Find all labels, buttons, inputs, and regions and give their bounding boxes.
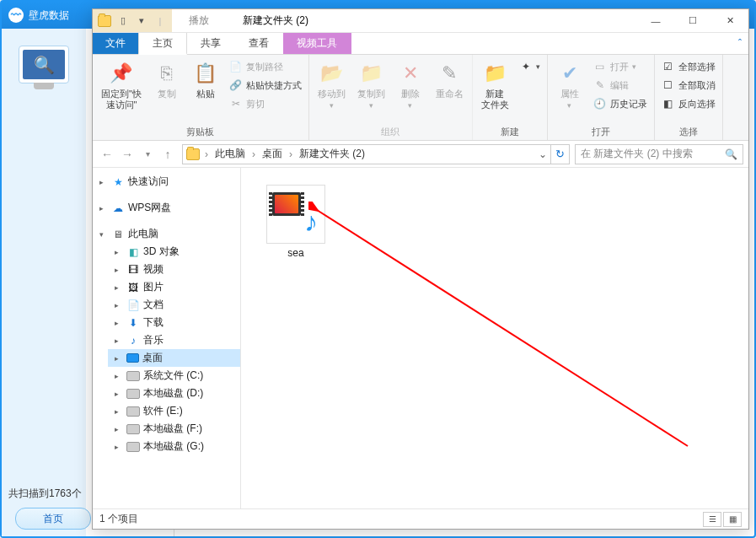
title-folder-name: 新建文件夹 (2) <box>243 13 308 28</box>
np-drive-f[interactable]: ▸本地磁盘 (F:) <box>108 420 240 438</box>
annotation-arrow <box>308 202 696 455</box>
explorer-titlebar: ▯ ▾ | 播放 新建文件夹 (2) — ☐ ✕ <box>93 9 748 33</box>
new-item-icon: ✦ <box>519 60 533 73</box>
nav-forward-button[interactable]: → <box>118 145 137 164</box>
np-quick-access[interactable]: ▸★快速访问 <box>93 173 240 191</box>
cut-button[interactable]: ✂剪切 <box>228 95 303 112</box>
file-item-sea[interactable]: ♪ sea <box>258 185 334 259</box>
np-drive-d[interactable]: ▸本地磁盘 (D:) <box>108 385 240 402</box>
window-controls: — ☐ ✕ <box>637 9 748 32</box>
crumb-folder[interactable]: 新建文件夹 (2) <box>298 147 367 161</box>
qat-dropdown-icon[interactable]: ▾ <box>135 14 148 28</box>
cube-icon: ◧ <box>126 245 140 259</box>
np-3d-objects[interactable]: ▸◧3D 对象 <box>108 243 240 261</box>
paste-button[interactable]: 📋粘贴 <box>189 58 223 101</box>
delete-button[interactable]: ✕删除▾ <box>394 58 427 112</box>
file-thumb-icon: ♪ <box>266 185 325 244</box>
np-downloads[interactable]: ▸⬇下载 <box>108 314 240 331</box>
np-drive-e[interactable]: ▸软件 (E:) <box>108 402 240 420</box>
search-placeholder: 在 新建文件夹 (2) 中搜索 <box>581 147 693 161</box>
view-icons-button[interactable]: ▦ <box>723 512 742 527</box>
crumb-this-pc[interactable]: 此电脑 <box>213 147 247 161</box>
edit-icon: ✎ <box>593 78 607 92</box>
view-details-button[interactable]: ☰ <box>703 512 721 527</box>
np-desktop[interactable]: ▸桌面 <box>108 349 240 367</box>
new-folder-button[interactable]: 📁新建 文件夹 <box>478 58 512 112</box>
desktop-icon <box>126 353 139 363</box>
select-none-button[interactable]: ☐全部取消 <box>660 77 717 94</box>
nav-up-button[interactable]: ↑ <box>158 145 177 164</box>
drive-icon <box>126 424 140 434</box>
chevron-right-icon: › <box>289 148 292 160</box>
open-icon: ▭ <box>593 60 607 73</box>
clipboard-group-label: 剪贴板 <box>98 124 303 138</box>
select-all-button[interactable]: ☑全部选择 <box>660 58 717 75</box>
nav-back-button[interactable]: ← <box>98 145 116 164</box>
maximize-button[interactable]: ☐ <box>674 9 711 32</box>
tab-video-tools[interactable]: 视频工具 <box>283 33 351 54</box>
np-wps[interactable]: ▸☁WPS网盘 <box>93 199 240 217</box>
file-area[interactable]: ♪ sea <box>241 168 748 508</box>
ribbon-group-clipboard: 📌固定到"快 速访问" ⎘复制 📋粘贴 📄复制路径 🔗粘贴快捷方式 ✂剪切 剪贴… <box>93 55 309 140</box>
new-item-button[interactable]: ✦▾ <box>517 58 542 75</box>
ribbon-tabs: 文件 主页 共享 查看 视频工具 ˆ <box>93 33 748 55</box>
edit-button[interactable]: ✎编辑 <box>592 77 649 94</box>
bg-home-button[interactable]: 首页 <box>15 508 91 530</box>
chevron-right-icon: › <box>252 148 255 160</box>
pictures-icon: 🖼 <box>126 281 140 294</box>
invert-icon: ◧ <box>662 97 675 110</box>
ribbon-collapse-icon[interactable]: ˆ <box>732 33 748 54</box>
move-to-button[interactable]: 📂移动到▾ <box>314 58 349 112</box>
np-music[interactable]: ▸♪音乐 <box>108 331 240 349</box>
bg-status-text: 共扫描到1763个 <box>8 487 82 501</box>
copy-to-button[interactable]: 📁复制到▾ <box>354 58 389 112</box>
close-button[interactable]: ✕ <box>711 9 748 32</box>
search-icon: 🔍 <box>725 148 737 160</box>
address-row: ← → ▾ ↑ › 此电脑 › 桌面 › 新建文件夹 (2) ⌄ ↻ 在 新建文… <box>93 141 748 168</box>
ribbon-group-select: ☑全部选择 ☐全部取消 ◧反向选择 选择 <box>655 55 723 140</box>
tab-home[interactable]: 主页 <box>138 33 187 55</box>
ribbon-group-new: 📁新建 文件夹 ✦▾ 新建 <box>473 55 548 140</box>
history-button[interactable]: 🕘历史记录 <box>592 95 649 112</box>
rename-button[interactable]: ✎重命名 <box>432 58 467 101</box>
tab-view[interactable]: 查看 <box>235 33 283 54</box>
crumb-desktop[interactable]: 桌面 <box>260 147 284 161</box>
paste-shortcut-button[interactable]: 🔗粘贴快捷方式 <box>228 77 303 94</box>
invert-selection-button[interactable]: ◧反向选择 <box>660 95 717 112</box>
ribbon: 📌固定到"快 速访问" ⎘复制 📋粘贴 📄复制路径 🔗粘贴快捷方式 ✂剪切 剪贴… <box>93 55 748 141</box>
select-none-icon: ☐ <box>662 78 675 92</box>
drive-icon <box>126 442 140 452</box>
minimize-button[interactable]: — <box>637 9 674 32</box>
open-button[interactable]: ▭打开▾ <box>592 58 649 75</box>
addr-dropdown-icon[interactable]: ⌄ <box>539 148 547 160</box>
np-drive-c[interactable]: ▸系统文件 (C:) <box>108 367 240 385</box>
rename-icon: ✎ <box>436 60 463 87</box>
np-this-pc[interactable]: ▾🖥此电脑 <box>93 225 240 243</box>
np-pictures[interactable]: ▸🖼图片 <box>108 278 240 296</box>
qat-folder-icon[interactable] <box>98 15 111 27</box>
qat-item-icon[interactable]: ▯ <box>116 14 130 28</box>
explorer-window: ▯ ▾ | 播放 新建文件夹 (2) — ☐ ✕ 文件 主页 共享 查看 视频工… <box>92 8 749 530</box>
address-bar[interactable]: › 此电脑 › 桌面 › 新建文件夹 (2) ⌄ <box>182 144 551 164</box>
np-videos[interactable]: ▸🎞视频 <box>108 261 240 278</box>
np-drive-g[interactable]: ▸本地磁盘 (G:) <box>108 438 240 455</box>
tab-share[interactable]: 共享 <box>187 33 235 54</box>
tab-file[interactable]: 文件 <box>93 33 138 54</box>
quick-access-toolbar: ▯ ▾ | <box>93 9 172 32</box>
history-icon: 🕘 <box>593 97 607 110</box>
copy-button[interactable]: ⎘复制 <box>150 58 184 101</box>
copy-icon: ⎘ <box>153 60 180 87</box>
search-input[interactable]: 在 新建文件夹 (2) 中搜索 🔍 <box>575 144 743 164</box>
copy-path-icon: 📄 <box>229 60 243 73</box>
pin-button[interactable]: 📌固定到"快 速访问" <box>98 58 145 112</box>
copy-path-button[interactable]: 📄复制路径 <box>228 58 303 75</box>
drive-icon <box>126 371 140 381</box>
refresh-button[interactable]: ↻ <box>551 144 570 164</box>
np-documents[interactable]: ▸📄文档 <box>108 296 240 314</box>
properties-button[interactable]: ✔属性▾ <box>553 58 587 112</box>
bg-app-title: 壁虎数据 <box>29 8 69 23</box>
video-icon: 🎞 <box>126 263 140 277</box>
nav-history-button[interactable]: ▾ <box>138 145 157 164</box>
download-icon: ⬇ <box>126 316 140 330</box>
music-note-icon: ♪ <box>304 207 318 238</box>
